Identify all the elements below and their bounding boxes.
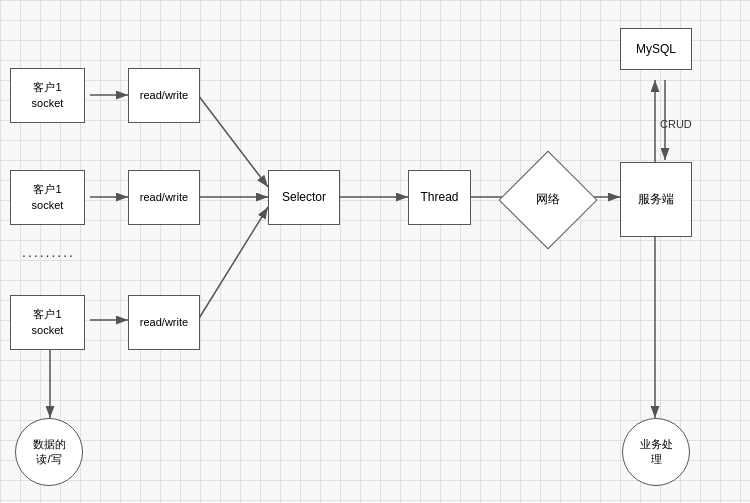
server-box: 服务端 bbox=[620, 162, 692, 237]
dots-label: ········· bbox=[22, 247, 75, 263]
svg-line-5 bbox=[198, 95, 268, 187]
client-box-top: 客户1 socket bbox=[10, 68, 85, 123]
client-box-bot: 客户1 socket bbox=[10, 295, 85, 350]
rw-box-top: read/write bbox=[128, 68, 200, 123]
diagram-container: 客户1 socket read/write 客户1 socket read/wr… bbox=[0, 0, 750, 503]
biz-circle: 业务处 理 bbox=[622, 418, 690, 486]
selector-box: Selector bbox=[268, 170, 340, 225]
client-box-mid: 客户1 socket bbox=[10, 170, 85, 225]
thread-box: Thread bbox=[408, 170, 471, 225]
rw-box-mid: read/write bbox=[128, 170, 200, 225]
mysql-box: MySQL bbox=[620, 28, 692, 70]
data-io-circle: 数据的 读/写 bbox=[15, 418, 83, 486]
network-diamond: 网络 bbox=[510, 162, 585, 237]
crud-label: CRUD bbox=[660, 118, 692, 130]
rw-box-bot: read/write bbox=[128, 295, 200, 350]
svg-line-7 bbox=[198, 207, 268, 320]
